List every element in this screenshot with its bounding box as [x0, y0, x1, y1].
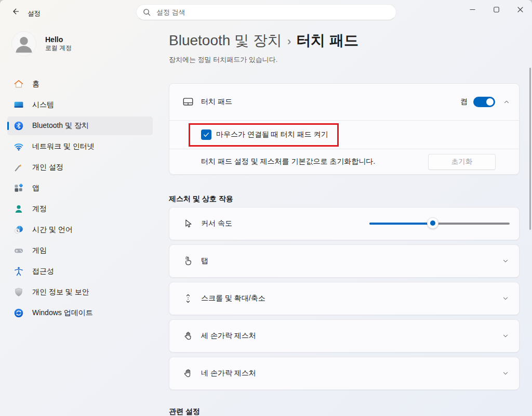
sidebar-item-label: 네트워크 및 인터넷	[32, 142, 95, 151]
tap-row-label: 탭	[201, 256, 208, 266]
three-finger-icon	[182, 330, 194, 342]
back-button[interactable]	[7, 4, 24, 21]
accounts-icon	[14, 204, 24, 214]
maximize-button[interactable]	[484, 0, 508, 19]
breadcrumb-current: 터치 패드	[296, 32, 358, 48]
breadcrumb-separator-icon: ›	[287, 35, 291, 48]
chevron-down-icon[interactable]	[501, 257, 510, 265]
related-settings-title: 관련 설정	[169, 406, 520, 416]
minimize-button[interactable]	[460, 0, 484, 19]
sidebar-item-label: Windows 업데이트	[32, 308, 93, 318]
sidebar-nav: 홈 시스템 Bluetooth 및 장치 네트워크 및 인터넷	[0, 75, 156, 322]
main-content: Bluetooth 및 장치›터치 패드 장치에는 정밀 터치패드가 있습니다.…	[169, 25, 520, 416]
home-icon	[14, 79, 24, 89]
close-icon	[517, 7, 523, 12]
back-arrow-icon	[11, 7, 20, 18]
touchpad-checkbox-row: 마우스가 연결될 때 터치 패드 켜기	[169, 121, 519, 149]
touchpad-toggle[interactable]	[473, 97, 495, 107]
scrollbar[interactable]	[529, 68, 531, 230]
page-subtitle: 장치에는 정밀 터치패드가 있습니다.	[169, 55, 520, 64]
page-title: Bluetooth 및 장치›터치 패드	[169, 30, 520, 52]
reset-description: 터치 패드 설정 및 제스처를 기본값으로 초기화합니다.	[201, 157, 375, 166]
sidebar-item-label: 계정	[32, 204, 47, 214]
touchpad-checkbox-label: 마우스가 연결될 때 터치 패드 켜기	[216, 130, 328, 139]
four-finger-row[interactable]: 네 손가락 제스처	[169, 357, 520, 390]
scroll-zoom-icon	[182, 293, 194, 304]
sidebar-item-network[interactable]: 네트워크 및 인터넷	[7, 137, 153, 156]
profile-account-type: 로컬 계정	[45, 44, 72, 52]
sidebar-item-apps[interactable]: 앱	[7, 179, 153, 198]
person-icon	[12, 31, 36, 56]
toggle-knob	[486, 98, 494, 106]
sidebar-item-accounts[interactable]: 계정	[7, 200, 153, 218]
system-icon	[14, 100, 24, 110]
cursor-icon	[182, 218, 194, 229]
gaming-icon	[14, 245, 24, 256]
search-icon	[143, 8, 151, 16]
sidebar-item-windows-update[interactable]: Windows 업데이트	[7, 304, 153, 322]
cursor-speed-slider[interactable]	[369, 218, 510, 229]
personalization-icon	[14, 162, 24, 173]
reset-button[interactable]: 초기화	[428, 154, 496, 170]
search-box[interactable]	[136, 4, 396, 20]
sidebar-item-gaming[interactable]: 게임	[7, 241, 153, 260]
four-finger-row-label: 네 손가락 제스처	[201, 369, 256, 378]
cursor-speed-slider-thumb[interactable]	[427, 217, 438, 229]
time-language-icon	[14, 225, 24, 235]
cursor-speed-label: 커서 속도	[201, 219, 232, 228]
checkmark-icon	[203, 131, 210, 138]
windows-update-icon	[14, 308, 24, 318]
tap-icon	[182, 255, 194, 267]
titlebar: 설정	[0, 0, 532, 25]
sidebar-item-label: 앱	[32, 184, 39, 193]
chevron-up-icon[interactable]	[502, 98, 511, 106]
chevron-down-icon[interactable]	[501, 332, 510, 340]
close-button[interactable]	[508, 0, 532, 19]
sidebar-item-personalization[interactable]: 개인 설정	[7, 158, 153, 177]
bluetooth-icon	[14, 121, 24, 131]
four-finger-icon	[182, 368, 194, 379]
sidebar-item-label: 시간 및 언어	[32, 225, 73, 235]
accessibility-icon	[14, 266, 24, 277]
sidebar-item-label: 접근성	[32, 267, 54, 276]
sidebar-item-label: Bluetooth 및 장치	[32, 121, 89, 131]
sidebar-item-time-language[interactable]: 시간 및 언어	[7, 220, 153, 239]
sidebar-item-bluetooth-devices[interactable]: Bluetooth 및 장치	[7, 116, 153, 135]
sidebar: Hello 로컬 계정 홈 시스템 Bluetoo	[0, 25, 156, 416]
profile-block: Hello 로컬 계정	[11, 31, 72, 56]
tap-row[interactable]: 탭	[169, 244, 520, 278]
sidebar-item-privacy-security[interactable]: 개인 정보 및 보안	[7, 283, 153, 302]
cursor-speed-slider-fill	[369, 223, 433, 225]
sidebar-item-label: 개인 정보 및 보안	[32, 288, 89, 297]
sidebar-item-label: 게임	[32, 246, 47, 255]
three-finger-row[interactable]: 세 손가락 제스처	[169, 319, 520, 353]
apps-icon	[14, 183, 24, 193]
touchpad-reset-row: 터치 패드 설정 및 제스처를 기본값으로 초기화합니다. 초기화	[169, 149, 519, 174]
minimize-icon	[470, 7, 475, 12]
sidebar-item-home[interactable]: 홈	[7, 75, 153, 94]
app-title: 설정	[28, 9, 41, 18]
touchpad-header-row[interactable]: 터치 패드 켬	[169, 84, 519, 120]
gestures-section-title: 제스처 및 상호 작용	[169, 193, 520, 204]
maximize-icon	[494, 7, 499, 12]
chevron-down-icon[interactable]	[501, 294, 510, 303]
network-icon	[14, 141, 24, 152]
touchpad-card: 터치 패드 켬 마우스가 연결될 때 터치 패드 켜기 터치 패드 설정 및 제…	[169, 83, 520, 175]
touchpad-title: 터치 패드	[201, 97, 232, 107]
chevron-down-icon[interactable]	[501, 369, 510, 378]
scroll-zoom-row-label: 스크롤 및 확대/축소	[201, 294, 265, 303]
search-input[interactable]	[155, 8, 390, 17]
sidebar-item-label: 개인 설정	[32, 163, 63, 172]
sidebar-item-label: 홈	[32, 80, 39, 89]
scroll-zoom-row[interactable]: 스크롤 및 확대/축소	[169, 282, 520, 315]
toggle-state-label: 켬	[460, 97, 468, 107]
touchpad-icon	[182, 96, 194, 108]
sidebar-item-accessibility[interactable]: 접근성	[7, 262, 153, 281]
avatar	[11, 31, 36, 56]
touchpad-mouse-checkbox[interactable]	[201, 129, 211, 140]
sidebar-item-system[interactable]: 시스템	[7, 96, 153, 114]
privacy-icon	[14, 287, 24, 297]
breadcrumb-parent[interactable]: Bluetooth 및 장치	[169, 32, 282, 48]
profile-name: Hello	[45, 35, 72, 44]
sidebar-item-label: 시스템	[32, 100, 54, 110]
